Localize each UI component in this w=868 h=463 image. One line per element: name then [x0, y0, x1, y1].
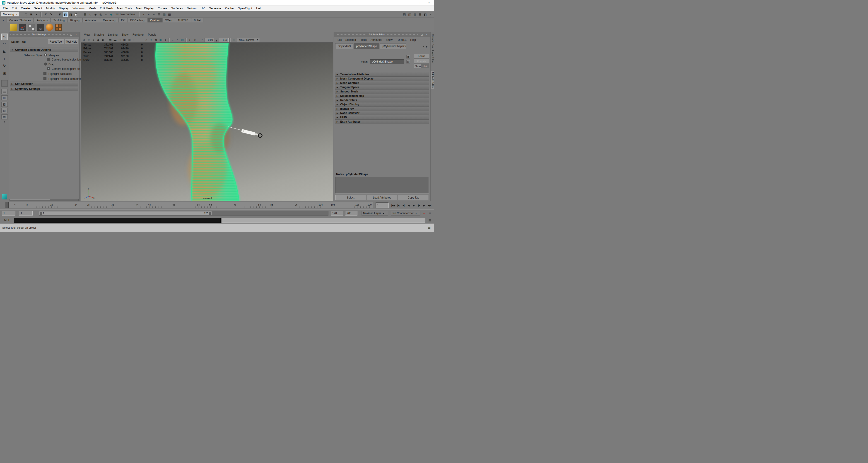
- ae-menu-list[interactable]: List: [336, 38, 344, 41]
- range-slider-trough[interactable]: 1 120: [39, 211, 329, 215]
- shelf-item-cp[interactable]: CP: [36, 23, 44, 31]
- character-set-selector[interactable]: No Character Set ▾: [391, 211, 421, 215]
- step-forward-key-button[interactable]: ▶|: [422, 203, 427, 208]
- sidebar-tool-settings-icon[interactable]: ▥: [412, 12, 417, 17]
- render-settings-icon[interactable]: ▩: [167, 12, 172, 17]
- snap-to-projected-center-icon[interactable]: ◎: [98, 12, 103, 17]
- float-panel-icon[interactable]: ▢: [420, 33, 423, 36]
- new-scene-icon[interactable]: ▢: [24, 12, 28, 17]
- mesh-name-field[interactable]: pCylinder3Shape: [370, 59, 404, 64]
- animation-start-field[interactable]: 1: [2, 211, 16, 215]
- shelf-tab-rigging[interactable]: Rigging: [67, 18, 82, 23]
- isolate-select-icon[interactable]: ⊕: [192, 38, 197, 42]
- sidebar-script-editor-icon[interactable]: ≡: [428, 12, 433, 17]
- menu-set-selector[interactable]: Modeling ▾: [1, 12, 19, 17]
- select-tool-icon[interactable]: ↖: [1, 33, 8, 40]
- ae-menu-help[interactable]: Help: [408, 38, 418, 41]
- float-panel-icon[interactable]: ▢: [69, 33, 73, 36]
- playback-end-field[interactable]: 120: [331, 211, 343, 215]
- gate-mask-icon[interactable]: ◧: [122, 38, 127, 42]
- step-back-frame-button[interactable]: ◀|: [401, 203, 406, 208]
- layout-more-icon[interactable]: ▾: [4, 121, 5, 123]
- undo-icon[interactable]: ↶: [43, 12, 48, 17]
- viewport-3d-view[interactable]: Verts: 371465 46408 0 Edges: 742492 9248…: [81, 42, 333, 201]
- menu-uv[interactable]: UV: [198, 5, 207, 11]
- gamma-field[interactable]: 1.00: [219, 38, 228, 42]
- timeline-ruler[interactable]: 4 8 16 24 28 36 44 48 56 64 68 76 84 88 …: [5, 202, 373, 208]
- hotkeys-icon[interactable]: ▦: [427, 225, 432, 230]
- field-chart-icon[interactable]: ▥: [127, 38, 132, 42]
- use-all-lights-icon[interactable]: ◉: [158, 38, 163, 42]
- section-smooth-mesh[interactable]: ▶Smooth Mesh: [335, 89, 429, 94]
- scrollbar-thumb[interactable]: [10, 199, 50, 200]
- range-end-handle[interactable]: [209, 212, 211, 215]
- highlight-nearest-checkbox[interactable]: ✓: [43, 77, 46, 80]
- tab-pcylinder3shapeorig[interactable]: pCylinder3ShapeOrig: [380, 43, 406, 49]
- horizontal-scrollbar[interactable]: [9, 199, 79, 201]
- copy-tab-button[interactable]: Copy Tab: [398, 195, 429, 200]
- camera-based-selection-checkbox[interactable]: [47, 58, 50, 61]
- tool-settings-header[interactable]: Tool Settings ▢ ×: [9, 32, 79, 37]
- sidebar-tab-attribute-editor[interactable]: Attribute Editor: [431, 71, 434, 89]
- layout-outliner-persp-button[interactable]: ◧: [1, 102, 8, 107]
- layout-single-pane-button[interactable]: ▬: [1, 89, 8, 94]
- current-frame-marker[interactable]: [6, 202, 9, 208]
- menu-edit-mesh[interactable]: Edit Mesh: [98, 5, 115, 11]
- section-mesh-component-display[interactable]: ▶Mesh Component Display: [335, 76, 429, 81]
- ae-menu-show[interactable]: Show: [384, 38, 394, 41]
- vp-menu-lighting[interactable]: Lighting: [106, 33, 120, 36]
- menu-generate[interactable]: Generate: [207, 5, 223, 11]
- graph-node-icon[interactable]: ▤: [406, 60, 410, 63]
- step-back-key-button[interactable]: |◀: [396, 203, 401, 208]
- shelf-item-hist[interactable]: Hist: [18, 23, 26, 31]
- layout-four-pane-button[interactable]: ◫: [1, 95, 8, 100]
- last-tool-slot[interactable]: [1, 80, 8, 87]
- ae-menu-selected[interactable]: Selected: [344, 38, 358, 41]
- syringe-object[interactable]: [228, 127, 262, 137]
- focus-button[interactable]: Focus: [414, 54, 429, 58]
- menu-windows[interactable]: Windows: [70, 5, 87, 11]
- open-scene-icon[interactable]: ▣: [29, 12, 33, 17]
- camera-based-paint-checkbox[interactable]: ✓: [47, 67, 50, 70]
- bookmarks-icon[interactable]: ◆: [96, 38, 100, 42]
- ae-menu-focus[interactable]: Focus: [358, 38, 369, 41]
- move-tool-icon[interactable]: +: [1, 55, 8, 62]
- select-camera-icon[interactable]: ⊙: [82, 38, 86, 42]
- input-connections-icon[interactable]: «: [141, 12, 146, 17]
- film-gate-icon[interactable]: ▬: [113, 38, 117, 42]
- ae-menu-turtle[interactable]: TURTLE: [394, 38, 408, 41]
- menu-create[interactable]: Create: [19, 5, 32, 11]
- render-view-icon[interactable]: ▤: [157, 12, 161, 17]
- safe-title-icon[interactable]: ▫: [136, 38, 141, 42]
- section-uuid[interactable]: ▶UUID: [335, 115, 429, 120]
- sidebar-outliner-icon[interactable]: ◧: [423, 12, 428, 17]
- safe-action-icon[interactable]: ▢: [132, 38, 136, 42]
- section-tessellation-attributes[interactable]: ▶Tessellation Attributes: [335, 72, 429, 77]
- play-forwards-button[interactable]: ▶: [411, 203, 416, 208]
- section-displacement-map[interactable]: ▶Displacement Map: [335, 94, 429, 98]
- symmetry-settings-header[interactable]: ▶ Symmetry Settings: [10, 87, 78, 91]
- grid-icon[interactable]: ▦: [108, 38, 113, 42]
- section-extra-attributes[interactable]: ▶Extra Attributes: [335, 119, 429, 124]
- animation-end-field[interactable]: 200: [345, 211, 358, 215]
- redo-icon[interactable]: ↷: [49, 12, 53, 17]
- tab-scroll-left-icon[interactable]: ◀: [422, 45, 425, 49]
- select-object-mode-icon[interactable]: ◧: [63, 12, 68, 17]
- smooth-shade-icon[interactable]: ●: [149, 38, 153, 42]
- lasso-tool-icon[interactable]: ◠: [1, 41, 8, 47]
- shelf-tab-turtle[interactable]: TURTLE: [175, 18, 191, 23]
- select-button[interactable]: Select: [335, 195, 366, 200]
- shelf-tab-polygons[interactable]: Polygons: [34, 18, 50, 23]
- close-button[interactable]: ×: [424, 0, 434, 5]
- layout-hypershade-button[interactable]: ▦: [1, 114, 8, 119]
- select-component-icon[interactable]: ◨: [68, 12, 73, 17]
- make-live-icon[interactable]: ◆: [109, 12, 114, 17]
- current-frame-field[interactable]: 1: [376, 202, 389, 208]
- shelf-tab-bullet[interactable]: Bullet: [191, 18, 204, 23]
- go-to-start-button[interactable]: |◀◀: [391, 203, 396, 208]
- maximize-button[interactable]: ▢: [414, 0, 424, 5]
- vp-menu-view[interactable]: View: [82, 33, 92, 36]
- menu-deform[interactable]: Deform: [185, 5, 199, 11]
- scale-tool-icon[interactable]: ▣: [1, 70, 8, 76]
- shadows-icon[interactable]: ◑: [163, 38, 167, 42]
